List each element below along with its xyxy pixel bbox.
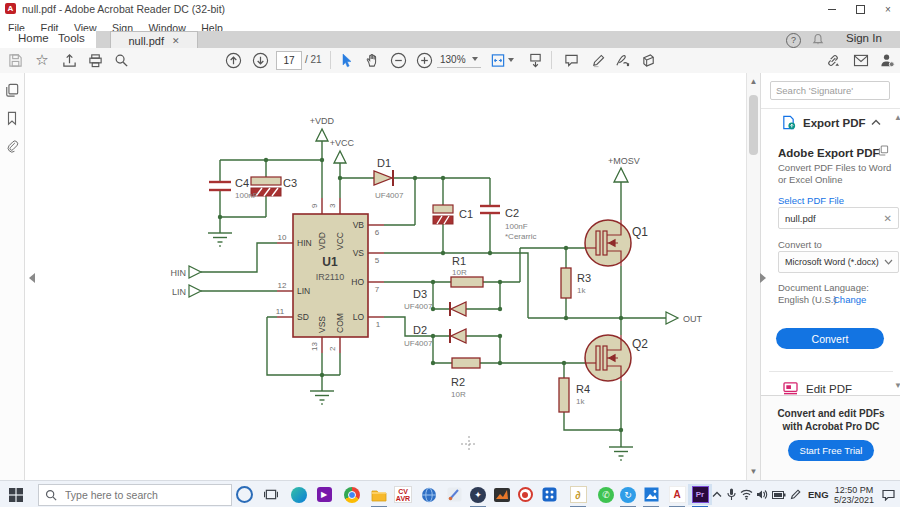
bookmarks-icon[interactable] (5, 111, 19, 125)
format-dropdown[interactable]: Microsoft Word (*.docx) (778, 251, 899, 273)
taskbar-icon-file-explorer[interactable] (367, 484, 391, 505)
page-thumbnails-icon[interactable] (5, 83, 19, 97)
taskbar-icon-globe-browser[interactable] (417, 484, 441, 505)
scroll-up-icon[interactable]: ▲ (747, 77, 760, 86)
taskbar-search[interactable] (38, 484, 232, 506)
scroll-down-icon[interactable]: ▼ (747, 467, 760, 476)
pen-tray-icon[interactable] (790, 481, 801, 507)
taskbar-icon-design-tool[interactable] (442, 484, 466, 505)
svg-text:3: 3 (328, 203, 337, 208)
tools-search-input[interactable] (770, 81, 890, 100)
taskbar-icon-shareit[interactable]: ↻ (616, 484, 640, 505)
edit-pdf-panel-title[interactable]: Edit PDF (806, 383, 852, 395)
notification-bell-icon[interactable] (812, 33, 824, 46)
taskbar-icon-proteus[interactable]: ✦ (466, 484, 490, 505)
taskbar-icon-blue-grid-app[interactable] (537, 484, 561, 505)
find-button[interactable] (110, 50, 132, 70)
start-button[interactable] (4, 484, 28, 505)
chevron-up-icon[interactable] (871, 119, 881, 126)
svg-text:13: 13 (310, 342, 319, 351)
save-button[interactable] (4, 50, 26, 70)
promo-line1: Convert and edit PDFs (761, 408, 900, 419)
volume-tray-icon[interactable] (756, 481, 768, 507)
action-center-icon[interactable] (882, 481, 895, 507)
chevron-down-icon (508, 58, 514, 62)
taskbar-icon-gold-app[interactable]: ∂ (566, 484, 590, 505)
share-link-button[interactable] (822, 50, 844, 70)
convert-button[interactable]: Convert (776, 328, 884, 349)
sign-tool-button[interactable] (612, 50, 634, 70)
collapse-right-panel-handle[interactable] (760, 273, 766, 283)
taskbar-icon-media-player[interactable]: ▶ (312, 484, 336, 505)
export-description-line1: Convert PDF Files to Word (778, 162, 891, 174)
help-icon[interactable]: ? (786, 33, 801, 48)
profile-button[interactable] (876, 50, 898, 70)
svg-text:LO: LO (353, 312, 365, 322)
email-button[interactable] (850, 50, 872, 70)
collapse-left-panel-handle[interactable] (29, 273, 35, 283)
zoom-out-button[interactable] (387, 50, 409, 70)
taskbar-icon-edge[interactable] (287, 484, 311, 505)
tab-close-icon[interactable]: ✕ (172, 36, 180, 46)
select-pdf-file-link[interactable]: Select PDF File (778, 195, 844, 206)
resistor-r3 (561, 268, 571, 298)
taskbar-icon-chrome[interactable] (340, 484, 364, 505)
next-page-button[interactable] (249, 50, 271, 70)
stamp-tool-button[interactable] (638, 50, 660, 70)
share-upload-button[interactable] (58, 50, 80, 70)
hand-tool-button[interactable] (361, 50, 383, 70)
fit-width-button[interactable] (489, 50, 515, 70)
task-view-icon[interactable] (259, 484, 283, 505)
comment-tool-button[interactable] (560, 50, 582, 70)
taskbar-icon-premiere[interactable]: Pr (688, 484, 712, 505)
pencil-tool-button[interactable] (587, 50, 609, 70)
svg-text:100nF: 100nF (505, 222, 528, 231)
scrollbar-thumb[interactable] (749, 95, 758, 155)
sign-in-button[interactable]: Sign In (846, 32, 882, 44)
start-free-trial-button[interactable]: Start Free Trial (788, 440, 874, 461)
svg-text:5: 5 (375, 256, 380, 265)
tab-home[interactable]: Home (18, 32, 49, 44)
taskbar-icon-photos[interactable] (639, 484, 663, 505)
battery-tray-icon[interactable] (772, 481, 786, 507)
panel-scroll-up-icon[interactable]: ▲ (894, 113, 900, 122)
maximize-button[interactable] (846, 0, 874, 18)
selected-file-box[interactable]: null.pdf ✕ (778, 207, 899, 229)
page-scrolling-button[interactable] (524, 50, 546, 70)
select-tool-button[interactable] (336, 50, 358, 70)
previous-page-button[interactable] (222, 50, 244, 70)
attachments-icon[interactable] (5, 139, 19, 153)
copy-icon[interactable] (878, 145, 889, 156)
tab-document[interactable]: null.pdf ✕ (110, 31, 198, 49)
export-pdf-panel-title[interactable]: Export PDF (803, 117, 866, 129)
svg-text:1k: 1k (577, 286, 586, 295)
document-scrollbar[interactable]: ▲ ▼ (746, 73, 760, 480)
zoom-in-button[interactable] (413, 50, 435, 70)
taskbar-search-input[interactable] (63, 488, 217, 502)
svg-text:D3: D3 (413, 288, 427, 300)
tab-tools[interactable]: Tools (58, 32, 85, 44)
change-language-link[interactable]: Change (833, 294, 866, 305)
remove-file-icon[interactable]: ✕ (884, 213, 898, 224)
page-number-input[interactable]: 17 (276, 51, 302, 70)
zoom-level-select[interactable]: 130% (437, 51, 481, 68)
taskbar-icon-cvavr[interactable]: CVAVR (391, 484, 415, 505)
print-button[interactable] (84, 50, 106, 70)
cortana-icon[interactable] (232, 484, 256, 505)
close-button[interactable]: × (874, 0, 900, 18)
microphone-tray-icon[interactable] (727, 481, 736, 507)
tools-sidebar: Export PDF Adobe Export PDF Convert PDF … (760, 73, 900, 480)
taskbar-icon-screen-recorder[interactable] (513, 484, 537, 505)
panel-scroll-down-icon[interactable]: ▼ (894, 381, 900, 390)
taskbar-icon-whatsapp[interactable]: ✆ (594, 484, 618, 505)
svg-text:R1: R1 (452, 255, 466, 267)
favorite-star-button[interactable]: ☆ (31, 50, 53, 70)
language-indicator[interactable]: ENG (808, 481, 829, 507)
minimize-button[interactable] (818, 0, 846, 18)
taskbar-icon-matlab[interactable] (490, 484, 514, 505)
convert-to-label: Convert to (778, 239, 822, 251)
taskbar-icon-acrobat[interactable]: A (665, 484, 689, 505)
tray-show-hidden-icons[interactable] (712, 481, 722, 507)
wifi-tray-icon[interactable] (740, 481, 753, 507)
clock[interactable]: 12:50 PM5/23/2021 (830, 481, 878, 507)
